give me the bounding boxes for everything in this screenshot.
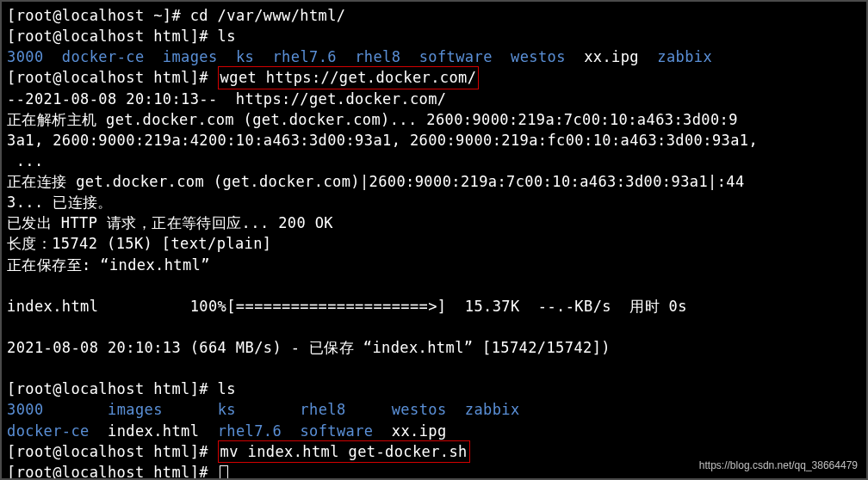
dir-entry: images	[108, 401, 163, 418]
ls-output: 3000 images ks rhel8 westos zabbix	[7, 399, 861, 420]
cursor[interactable]	[220, 465, 228, 480]
watermark: https://blog.csdn.net/qq_38664479	[699, 458, 858, 473]
prompt: [root@localhost html]#	[7, 28, 218, 45]
file-entry: xx.ipg	[584, 48, 639, 65]
prompt: [root@localhost ~]#	[7, 7, 190, 24]
dir-entry: images	[163, 48, 218, 65]
wget-output: ...	[7, 151, 861, 171]
dir-entry: software	[300, 422, 373, 440]
dir-entry: rhel7.6	[272, 48, 336, 65]
dir-entry: software	[419, 48, 493, 65]
blank-line	[7, 317, 861, 337]
command: wget https://get.docker.com/	[220, 69, 477, 86]
wget-output: 3... 已连接。	[7, 192, 861, 212]
prompt: [root@localhost html]#	[7, 69, 218, 86]
wget-output: 3a1, 2600:9000:219a:4200:10:a463:3d00:93…	[7, 130, 861, 151]
wget-output: 正在连接 get.docker.com (get.docker.com)|260…	[7, 171, 861, 192]
wget-output: 长度：15742 (15K) [text/plain]	[7, 233, 861, 254]
cmd-line: [root@localhost ~]# cd /var/www/html/	[7, 5, 861, 26]
file-entry: xx.ipg	[392, 422, 447, 440]
dir-entry: zabbix	[465, 401, 520, 418]
dir-entry: westos	[392, 401, 447, 418]
wget-output: 正在解析主机 get.docker.com (get.docker.com)..…	[7, 109, 861, 130]
terminal[interactable]: [root@localhost ~]# cd /var/www/html/ [r…	[7, 5, 861, 480]
dir-entry: zabbix	[657, 48, 712, 65]
highlighted-command: wget https://get.docker.com/	[218, 66, 480, 89]
prompt: [root@localhost html]#	[7, 443, 218, 460]
dir-entry: docker-ce	[62, 48, 145, 65]
dir-entry: rhel7.6	[218, 422, 282, 440]
wget-progress: index.html 100%[=====================>] …	[7, 296, 861, 317]
prompt: [root@localhost html]#	[7, 380, 218, 397]
dir-entry: 3000	[7, 401, 44, 418]
ls-output: docker-ce index.html rhel7.6 software xx…	[7, 421, 861, 441]
cmd-line: [root@localhost html]# ls	[7, 26, 861, 46]
dir-entry: ks	[236, 48, 254, 65]
dir-entry: docker-ce	[7, 422, 90, 440]
dir-entry: 3000	[7, 48, 44, 65]
dir-entry: ks	[218, 401, 236, 418]
cmd-line: [root@localhost html]# wget https://get.…	[7, 67, 861, 88]
command: cd /var/www/html/	[190, 7, 346, 24]
command: ls	[218, 28, 236, 45]
wget-output: --2021-08-08 20:10:13-- https://get.dock…	[7, 89, 861, 109]
dir-entry: rhel8	[300, 401, 345, 418]
command: mv index.html get-docker.sh	[220, 443, 468, 460]
command: ls	[218, 380, 236, 397]
dir-entry: rhel8	[355, 48, 400, 65]
prompt: [root@localhost html]#	[7, 464, 218, 480]
cmd-line: [root@localhost html]# ls	[7, 378, 861, 399]
blank-line	[7, 275, 861, 296]
blank-line	[7, 358, 861, 378]
dir-entry: westos	[511, 48, 566, 65]
highlighted-command: mv index.html get-docker.sh	[218, 440, 470, 463]
wget-output: 正在保存至: “index.html”	[7, 255, 861, 275]
file-entry: index.html	[108, 422, 199, 440]
ls-output: 3000 docker-ce images ks rhel7.6 rhel8 s…	[7, 46, 861, 67]
wget-output: 2021-08-08 20:10:13 (664 MB/s) - 已保存 “in…	[7, 337, 861, 358]
wget-output: 已发出 HTTP 请求，正在等待回应... 200 OK	[7, 212, 861, 233]
